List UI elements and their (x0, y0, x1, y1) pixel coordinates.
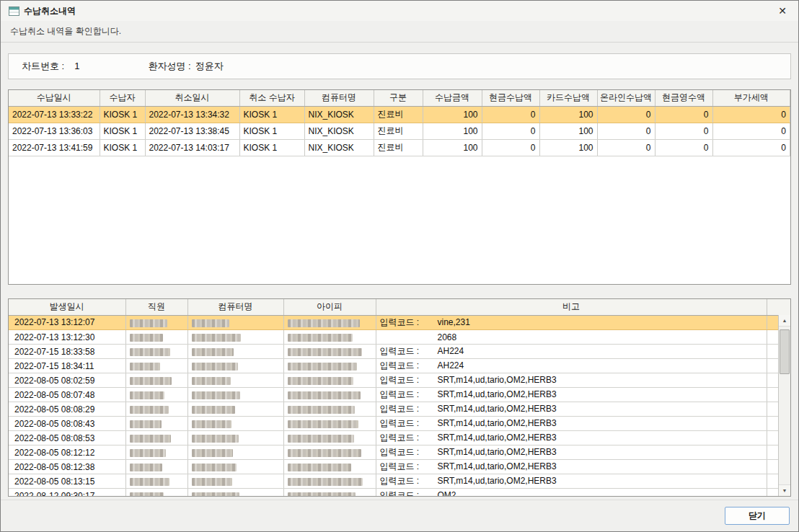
remark-value: SRT,m14,ud,tario,OM2,HERB3 (438, 461, 557, 471)
remark-label: 입력코드 : (380, 432, 438, 444)
remark-label: 입력코드 : (380, 461, 438, 473)
cancel-row[interactable]: 2022-07-13 13:41:59KIOSK 12022-07-13 14:… (9, 139, 790, 156)
cell: 100 (423, 106, 482, 123)
ip-address-cell (283, 330, 376, 345)
log-row[interactable]: 2022-08-05 08:02:59입력코드 :SRT,m14,ud,tari… (9, 373, 778, 388)
cell: KIOSK 1 (239, 139, 304, 156)
staff-cell (125, 373, 187, 388)
redacted-blur (288, 391, 361, 399)
window-title: 수납취소내역 (24, 5, 76, 17)
vertical-scrollbar[interactable]: ▲ ▼ (778, 315, 790, 496)
log-datetime: 2022-08-05 08:07:48 (9, 388, 125, 402)
cell: 0 (482, 106, 539, 123)
remark-value: OM2 (438, 490, 456, 497)
cell: 2022-07-13 13:38:45 (145, 123, 239, 139)
cell: 100 (539, 123, 597, 139)
computer-name-cell (187, 330, 283, 345)
cell: 2022-07-13 14:03:17 (145, 139, 239, 156)
row-filler (767, 330, 778, 345)
redacted-blur (288, 492, 356, 497)
row-filler (767, 316, 778, 330)
remark-value: AH224 (438, 360, 464, 371)
redacted-blur (130, 377, 172, 385)
remark-cell: 입력코드 :SRT,m14,ud,tario,OM2,HERB3 (376, 388, 767, 402)
staff-cell (125, 445, 187, 460)
redacted-blur (192, 435, 239, 443)
remark-label: 입력코드 : (380, 403, 438, 415)
log-row[interactable]: 2022-08-05 08:08:43입력코드 :SRT,m14,ud,tari… (9, 417, 778, 431)
remark-value: SRT,m14,ud,tario,OM2,HERB3 (438, 447, 557, 457)
scroll-down-icon[interactable]: ▼ (779, 484, 790, 496)
cell: KIOSK 1 (239, 123, 304, 139)
redacted-blur (288, 464, 351, 471)
computer-name-cell (187, 431, 283, 445)
log-row[interactable]: 2022-07-15 18:33:58입력코드 :AH224 (9, 345, 778, 359)
staff-cell (125, 330, 187, 345)
ip-address-cell (283, 402, 376, 417)
remark-label: 입력코드 : (380, 360, 438, 372)
scrollbar-thumb[interactable] (780, 329, 790, 374)
remark-label: 입력코드 : (380, 316, 438, 329)
redacted-blur (192, 334, 241, 342)
log-row[interactable]: 2022-07-15 18:34:11입력코드 :AH224 (9, 359, 778, 373)
column-header: 카드수납액 (539, 90, 597, 106)
remark-label: 입력코드 : (380, 489, 438, 497)
log-datetime: 2022-08-05 08:08:53 (9, 431, 125, 445)
log-row[interactable]: 2022-07-13 13:12:302068 (9, 330, 778, 345)
redacted-blur (288, 406, 355, 414)
remark-label: 입력코드 : (380, 417, 438, 430)
log-row[interactable]: 2022-08-05 08:08:29입력코드 :SRT,m14,ud,tari… (9, 402, 778, 417)
cell: 진료비 (374, 106, 423, 123)
close-button[interactable]: 닫기 (725, 507, 790, 525)
cancel-row[interactable]: 2022-07-13 13:36:03KIOSK 12022-07-13 13:… (9, 123, 790, 139)
log-row[interactable]: 2022-07-13 13:12:07입력코드 :vine,231 (9, 316, 778, 330)
log-row[interactable]: 2022-08-05 08:12:12입력코드 :SRT,m14,ud,tari… (9, 445, 778, 460)
log-row[interactable]: 2022-08-05 08:08:53입력코드 :SRT,m14,ud,tari… (9, 431, 778, 445)
computer-name-cell (187, 402, 283, 417)
remark-value: SRT,m14,ud,tario,OM2,HERB3 (438, 375, 557, 385)
cell: 100 (423, 123, 482, 139)
log-datetime: 2022-07-15 18:34:11 (9, 359, 125, 373)
computer-name-cell (187, 373, 283, 388)
row-filler (767, 359, 778, 373)
redacted-blur (288, 348, 362, 356)
log-datetime: 2022-08-12 09:30:17 (9, 489, 125, 497)
cancel-row[interactable]: 2022-07-13 13:33:22KIOSK 12022-07-13 13:… (9, 106, 790, 123)
cell: 2022-07-13 13:36:03 (9, 123, 100, 139)
log-row[interactable]: 2022-08-12 09:30:17입력코드 :OM2 (9, 489, 778, 497)
redacted-blur (192, 492, 239, 497)
staff-cell (125, 402, 187, 417)
row-filler (767, 402, 778, 417)
redacted-blur (192, 464, 237, 471)
cell: 0 (482, 139, 539, 156)
remark-cell: 입력코드 :AH224 (376, 345, 767, 359)
staff-cell (125, 345, 187, 359)
redacted-blur (130, 406, 169, 414)
cell: 100 (423, 139, 482, 156)
cancel-history-table: 수납일시수납자취소일시취소 수납자컴퓨터명구분수납금액현금수납액카드수납액온라인… (8, 89, 791, 285)
log-row[interactable]: 2022-08-05 08:13:15입력코드 :SRT,m14,ud,tari… (9, 474, 778, 489)
ip-address-cell (283, 417, 376, 431)
column-header: 수납일시 (9, 90, 100, 106)
remark-value: SRT,m14,ud,tario,OM2,HERB3 (438, 433, 557, 443)
redacted-blur (130, 334, 163, 342)
subtitle-bar: 수납취소 내역을 확인합니다. (1, 21, 798, 43)
log-row[interactable]: 2022-08-05 08:07:48입력코드 :SRT,m14,ud,tari… (9, 388, 778, 402)
scroll-up-icon[interactable]: ▲ (779, 315, 790, 327)
ip-address-cell (283, 489, 376, 497)
footer-bar: 닫기 (1, 500, 798, 531)
remark-label: 입력코드 : (380, 446, 438, 458)
cell: 0 (482, 123, 539, 139)
close-icon[interactable]: ✕ (774, 5, 791, 17)
patient-info-panel: 차트번호 :1 환자성명 :정윤자 (8, 53, 791, 79)
staff-cell (125, 388, 187, 402)
redacted-blur (288, 435, 354, 443)
log-table-body: 2022-07-13 13:12:07입력코드 :vine,2312022-07… (9, 316, 778, 497)
payment-cancel-dialog: 수납취소내역 ✕ 수납취소 내역을 확인합니다. 차트번호 :1 환자성명 :정… (0, 0, 799, 532)
remark-cell: 입력코드 :vine,231 (376, 316, 767, 330)
redacted-blur (192, 391, 240, 399)
remark-value: SRT,m14,ud,tario,OM2,HERB3 (438, 418, 557, 428)
cancel-table-header-row: 수납일시수납자취소일시취소 수납자컴퓨터명구분수납금액현금수납액카드수납액온라인… (9, 90, 790, 106)
log-datetime: 2022-07-13 13:12:07 (9, 316, 125, 330)
log-row[interactable]: 2022-08-05 08:12:38입력코드 :SRT,m14,ud,tari… (9, 460, 778, 474)
